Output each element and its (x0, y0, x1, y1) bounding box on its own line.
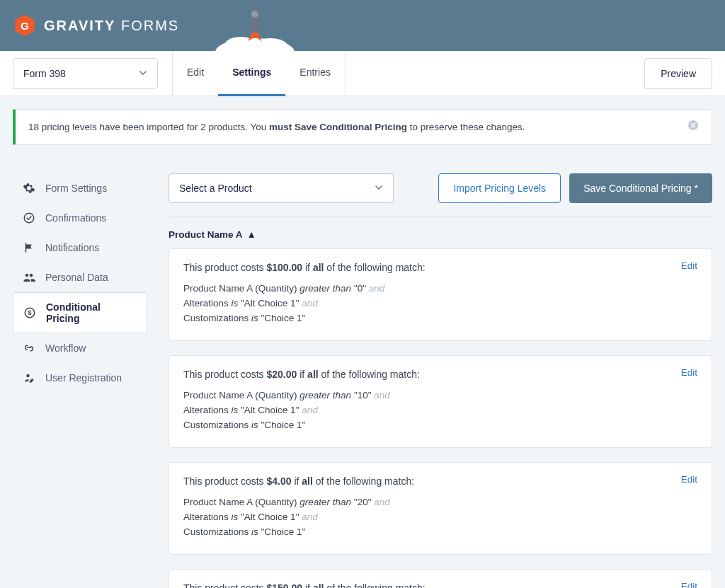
main-panel: Select a Product Import Pricing Levels S… (169, 173, 712, 588)
rocket-icon (212, 0, 297, 57)
close-icon[interactable] (687, 120, 699, 134)
sidebar-item-label: Workflow (45, 342, 86, 354)
notice-bar: 18 pricing levels have been imported for… (13, 109, 712, 145)
rule-condition: Alterations is "Alt Choice 1" and (183, 405, 697, 415)
flag-icon (23, 241, 35, 254)
chevron-down-icon (139, 68, 147, 79)
settings-sidebar: Form SettingsConfirmationsNotificationsP… (13, 173, 147, 588)
sidebar-item-label: Form Settings (45, 183, 107, 194)
rule-header: This product costs $100.00 if all of the… (183, 262, 697, 273)
edit-link[interactable]: Edit (681, 581, 697, 588)
edit-link[interactable]: Edit (681, 474, 697, 485)
logo-text: GRAVITY FORMS (44, 18, 179, 34)
sidebar-item-workflow[interactable]: Workflow (13, 333, 147, 363)
notice-text: 18 pricing levels have been imported for… (28, 122, 525, 132)
pricing-rule: EditThis product costs $4.00 if all of t… (169, 462, 712, 555)
panel-controls: Select a Product Import Pricing Levels S… (169, 173, 712, 217)
product-group-label[interactable]: Product Name A ▲ (169, 229, 712, 240)
tab-settings[interactable]: Settings (218, 51, 285, 96)
form-selector[interactable]: Form 398 (13, 58, 158, 89)
rule-condition: Product Name A (Quantity) greater than "… (183, 497, 697, 507)
edit-link[interactable]: Edit (681, 367, 697, 378)
rule-condition: Alterations is "Alt Choice 1" and (183, 298, 697, 309)
pricing-rule: EditThis product costs $150.00 if all of… (169, 569, 712, 588)
sidebar-item-confirmations[interactable]: Confirmations (13, 203, 147, 233)
svg-text:$: $ (28, 309, 31, 316)
pricing-rule: EditThis product costs $100.00 if all of… (169, 248, 712, 341)
rule-condition: Product Name A (Quantity) greater than "… (183, 283, 697, 294)
svg-point-5 (251, 11, 258, 18)
save-button[interactable]: Save Conditional Pricing * (569, 173, 712, 203)
sidebar-item-label: User Registration (45, 372, 122, 384)
rule-header: This product costs $4.00 if all of the f… (183, 475, 697, 487)
rule-condition: Alterations is "Alt Choice 1" and (183, 512, 697, 522)
sidebar-item-notifications[interactable]: Notifications (13, 233, 147, 263)
rule-condition: Customizations is "Choice 1" (183, 420, 697, 430)
top-header: G GRAVITY FORMS (0, 0, 725, 51)
person-edit-icon (23, 371, 35, 384)
rule-condition: Product Name A (Quantity) greater than "… (183, 390, 697, 400)
sidebar-item-personal-data[interactable]: Personal Data (13, 263, 147, 292)
people-icon (23, 271, 35, 284)
tab-edit[interactable]: Edit (173, 51, 218, 96)
sidebar-item-user-registration[interactable]: User Registration (13, 363, 147, 393)
rule-header: This product costs $20.00 if all of the … (183, 369, 697, 380)
secondary-nav: Form 398 EditSettingsEntries Preview (0, 51, 725, 96)
link-icon (23, 342, 35, 354)
svg-text:G: G (21, 20, 29, 32)
tabs: EditSettingsEntries (172, 51, 346, 96)
logo-icon: G (13, 13, 37, 38)
pricing-rule: EditThis product costs $20.00 if all of … (169, 355, 712, 448)
rule-header: This product costs $150.00 if all of the… (183, 582, 697, 588)
dollar-icon: $ (23, 306, 36, 319)
check-circle-icon (23, 212, 35, 224)
svg-point-7 (24, 213, 34, 223)
sidebar-item-form-settings[interactable]: Form Settings (13, 173, 147, 203)
gear-icon (23, 182, 35, 195)
sidebar-item-conditional-pricing[interactable]: $Conditional Pricing (13, 292, 147, 333)
logo: G GRAVITY FORMS (13, 13, 179, 38)
sidebar-item-label: Personal Data (45, 272, 108, 283)
product-select[interactable]: Select a Product (169, 173, 394, 203)
preview-button[interactable]: Preview (644, 58, 712, 89)
product-select-label: Select a Product (179, 183, 252, 194)
tab-entries[interactable]: Entries (285, 51, 345, 96)
sidebar-item-label: Notifications (45, 242, 99, 253)
sidebar-item-label: Confirmations (45, 212, 106, 224)
edit-link[interactable]: Edit (681, 260, 697, 271)
caret-up-icon: ▲ (247, 229, 256, 240)
chevron-down-icon (375, 183, 383, 194)
form-selector-label: Form 398 (23, 68, 66, 79)
import-button[interactable]: Import Pricing Levels (438, 173, 561, 203)
rule-condition: Customizations is "Choice 1" (183, 313, 697, 323)
sidebar-item-label: Conditional Pricing (46, 301, 137, 324)
rule-condition: Customizations is "Choice 1" (183, 526, 697, 537)
